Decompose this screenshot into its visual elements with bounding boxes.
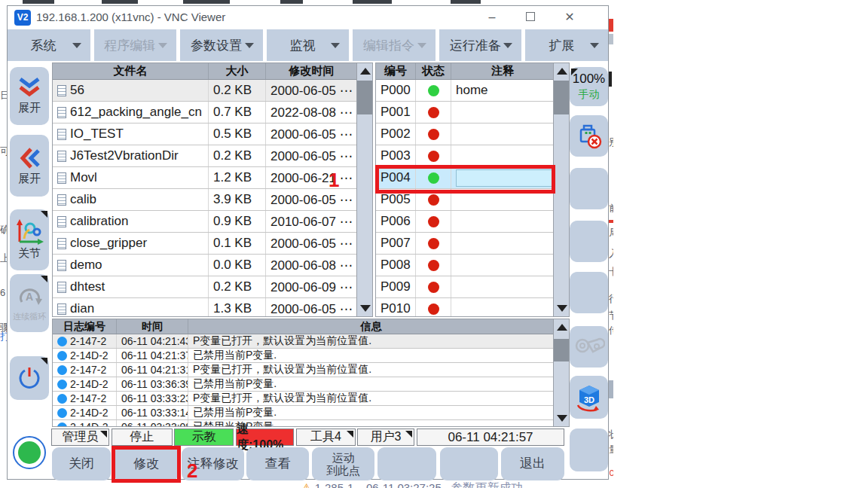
p-variable-row[interactable]: P003 <box>376 145 569 167</box>
operator-level-badge[interactable]: 管理员 <box>51 429 109 446</box>
joint-mode-button[interactable]: 关节 <box>10 209 49 270</box>
p-variable-row[interactable]: P000home <box>376 80 569 102</box>
log-time-cell: 06-11 03:33:14 <box>117 406 188 419</box>
menu-program-edit[interactable]: 程序编辑 <box>94 29 177 61</box>
log-row[interactable]: 2-147-206-11 04:21:31P变量已打开，默认设置为当前位置值. <box>53 363 569 377</box>
p-id-cell: P001 <box>376 102 416 123</box>
run-state-badge[interactable]: 停止 <box>112 429 173 446</box>
user-frame-badge[interactable]: 用户3 <box>357 429 414 446</box>
usb-status-button[interactable] <box>570 115 608 157</box>
expand-down-button[interactable]: 展开 <box>10 67 49 125</box>
blank-side-button-4[interactable] <box>570 429 608 471</box>
file-modified-cell: 2022-08-08 ⋯ <box>266 102 357 123</box>
scroll-down-icon[interactable] <box>360 305 371 312</box>
p-status-cell <box>416 276 451 297</box>
blank-side-button-2[interactable] <box>570 221 608 262</box>
scroll-up-icon[interactable] <box>360 68 371 75</box>
close-button[interactable]: ✕ <box>560 8 579 27</box>
annotation-box-modify <box>112 446 181 483</box>
p-variable-row[interactable]: P002 <box>376 124 569 145</box>
p-variable-row[interactable]: P010 <box>376 298 569 317</box>
menu-parameter-settings[interactable]: 参数设置 <box>180 29 263 61</box>
expand-left-button[interactable]: 展开 <box>10 135 49 197</box>
p-variable-row[interactable]: P009 <box>376 276 569 298</box>
p-comment-cell <box>451 211 554 232</box>
menu-edit-instruction[interactable]: 编辑指令 <box>353 29 436 61</box>
menu-monitor[interactable]: 监视 <box>267 29 350 61</box>
continuous-loop-button[interactable]: A 连续循环 <box>10 274 49 332</box>
file-row[interactable]: close_gripper0.1 KB2000-06-05 ⋯ <box>53 233 372 255</box>
scrollbar-thumb[interactable] <box>554 339 569 361</box>
view-button[interactable]: 查看 <box>246 447 309 480</box>
file-row[interactable]: 612_packing_angle_cn0.7 KB2022-08-08 ⋯ <box>53 102 372 124</box>
window-titlebar[interactable]: V2 192.168.1.200 (x11vnc) - VNC Viewer –… <box>8 6 608 29</box>
move-to-point-button[interactable]: 运动 到此点 <box>312 447 374 480</box>
servo-status-button[interactable] <box>10 430 49 475</box>
p-comment-cell <box>451 102 554 123</box>
log-row[interactable]: 2-14D-206-11 04:21:37已禁用当前P变量. <box>53 349 569 363</box>
log-row[interactable]: 2-147-206-11 03:33:23P变量已打开，默认设置为当前位置值. <box>53 392 569 406</box>
scrollbar-thumb[interactable] <box>357 81 372 114</box>
teach-mode-badge[interactable]: 示教 <box>174 429 234 446</box>
log-time-cell: 06-11 03:33:08 <box>117 420 188 427</box>
blank-button-1[interactable] <box>377 447 436 480</box>
fragment: 上 <box>0 252 7 265</box>
log-row[interactable]: 2-14D-206-11 03:33:14已禁用当前P变量. <box>53 406 569 420</box>
log-row[interactable]: 2-14D-206-11 03:36:39已禁用当前P变量. <box>53 377 569 392</box>
blank-side-button-1[interactable] <box>570 168 608 209</box>
minimize-button[interactable]: – <box>482 8 502 27</box>
scroll-up-icon[interactable] <box>557 324 567 331</box>
view-3d-button[interactable]: 3D <box>570 376 608 419</box>
menu-extension[interactable]: 扩展 <box>525 29 608 61</box>
close-file-button[interactable]: 关闭 <box>52 447 111 480</box>
exit-button[interactable]: 退出 <box>501 447 564 480</box>
log-id-cell: 2-14D-2 <box>53 349 117 362</box>
log-row[interactable]: 2-14D-206-11 03:33:08已禁用当前P变量. <box>53 420 569 427</box>
scrollbar-thumb[interactable] <box>554 81 569 114</box>
p-comment-cell <box>451 233 554 254</box>
p-id-cell: P003 <box>376 145 416 166</box>
file-row[interactable]: dian1.3 KB2000-06-05 ⋯ <box>53 298 372 317</box>
p-id-cell: P000 <box>376 80 416 101</box>
speed-mode-button[interactable]: 100% 手动 <box>570 67 608 106</box>
scroll-down-icon[interactable] <box>557 415 567 422</box>
log-time-cell: 06-11 03:36:39 <box>117 377 188 391</box>
file-row[interactable]: J6Test2VbrationDir0.2 KB2000-06-05 ⋯ <box>53 145 372 167</box>
log-row[interactable]: 2-147-206-11 04:21:43P变量已打开，默认设置为当前位置值. <box>53 334 569 349</box>
power-button[interactable] <box>10 356 49 400</box>
log-message-cell: 已禁用当前P变量. <box>188 406 554 419</box>
log-time-cell: 06-11 04:21:37 <box>117 349 188 362</box>
speed-badge[interactable]: 速度:100% <box>236 429 294 446</box>
file-row[interactable]: demo0.0 KB2000-06-08 ⋯ <box>53 255 372 276</box>
blank-button-2[interactable] <box>440 447 498 480</box>
maximize-button[interactable] <box>521 8 540 27</box>
file-row[interactable]: 560.2 KB2000-06-05 ⋯ <box>53 80 372 102</box>
red-status-icon <box>428 151 439 162</box>
p-variable-row[interactable]: P001 <box>376 102 569 124</box>
file-row[interactable]: dhtest0.2 KB2000-06-09 ⋯ <box>53 276 372 298</box>
p-variable-row[interactable]: P008 <box>376 255 569 276</box>
p-variable-row[interactable]: P006 <box>376 211 569 233</box>
file-name-cell: calibration <box>53 211 209 232</box>
file-row[interactable]: calibration0.9 KB2010-06-07 ⋯ <box>53 211 372 233</box>
blank-side-button-3[interactable] <box>570 272 608 313</box>
fragment: 6 <box>0 287 7 298</box>
menu-system[interactable]: 系统 <box>8 29 90 61</box>
log-id-cell: 2-147-2 <box>53 392 117 405</box>
scroll-up-icon[interactable] <box>557 68 567 75</box>
info-icon <box>57 351 67 361</box>
tool-frame-badge[interactable]: 工具4 <box>296 429 356 446</box>
file-table-scrollbar[interactable] <box>356 63 372 316</box>
hand-guide-button[interactable] <box>570 326 608 368</box>
file-row[interactable]: IO_TEST0.5 KB2000-06-05 ⋯ <box>53 124 372 145</box>
p-variable-row[interactable]: P007 <box>376 233 569 255</box>
log-table-scrollbar[interactable] <box>553 319 569 426</box>
chevron-down-icon <box>331 43 340 48</box>
file-row[interactable]: calib3.9 KB2000-06-05 ⋯ <box>53 189 372 211</box>
log-time-cell: 06-11 03:33:23 <box>117 392 188 405</box>
file-row[interactable]: Movl1.2 KB2000-06-21 ⋯ <box>53 167 372 189</box>
scroll-down-icon[interactable] <box>557 305 567 312</box>
p-table-scrollbar[interactable] <box>553 63 569 316</box>
fragment <box>353 0 392 4</box>
menu-run-prepare[interactable]: 运行准备 <box>439 29 522 61</box>
